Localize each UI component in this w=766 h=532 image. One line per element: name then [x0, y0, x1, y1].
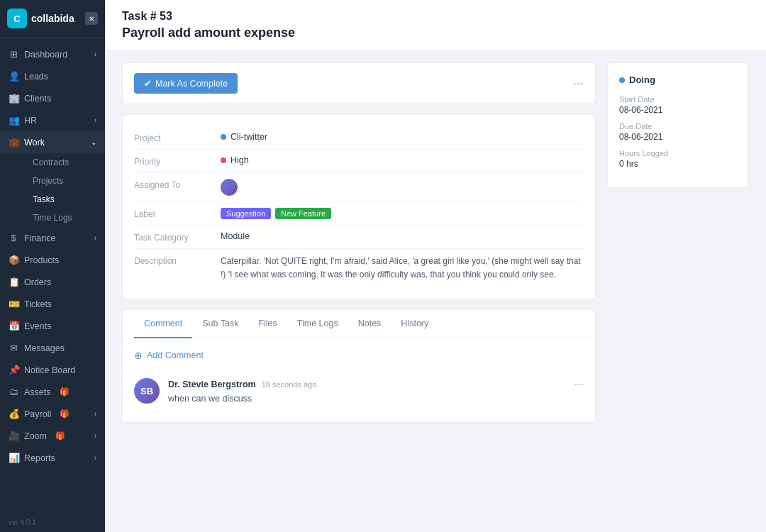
leads-icon: 👤 — [9, 71, 18, 82]
finance-icon: $ — [9, 233, 18, 243]
mark-complete-button[interactable]: ✔ Mark As Complete — [134, 73, 238, 94]
sidebar-item-events[interactable]: 📅 Events — [0, 315, 105, 337]
sidebar-item-timelogs[interactable]: Time Logs — [24, 209, 105, 227]
comment-header: Dr. Stevie Bergstrom 18 seconds ago ··· — [168, 378, 584, 391]
project-value: Cli-twitter — [221, 132, 267, 142]
tab-comment[interactable]: Comment — [134, 310, 192, 338]
hr-icon: 👥 — [9, 115, 18, 126]
sidebar-item-leads[interactable]: 👤 Leads — [0, 65, 105, 87]
sidebar-close-button[interactable]: ✕ — [85, 12, 98, 25]
priority-dot — [221, 157, 226, 163]
orders-icon: 📋 — [9, 277, 18, 287]
payroll-icon: 💰 — [9, 409, 18, 419]
chevron-right-icon: › — [94, 50, 96, 58]
hours-logged-row: Hours Logged 0 hrs — [619, 149, 737, 169]
more-options-button[interactable]: ··· — [573, 76, 584, 91]
assets-icon: 🗂 — [9, 387, 18, 397]
assigned-to-value — [221, 179, 238, 196]
status-panel: Doing Start Date 08-06-2021 Due Date 08-… — [607, 62, 749, 521]
task-title: Payroll add amount expense — [122, 26, 749, 50]
work-submenu: Contracts Projects Tasks Time Logs — [0, 153, 105, 227]
notice-board-icon: 📌 — [9, 365, 18, 375]
logo-icon: C — [7, 9, 27, 28]
project-row: Project Cli-twitter — [134, 126, 584, 149]
suggestion-badge: Suggestion — [221, 208, 271, 219]
version-label: ver 4.0.1 — [0, 513, 105, 532]
sidebar-item-assets[interactable]: 🗂 Assets 🎁 — [0, 381, 105, 403]
avatar — [221, 179, 238, 196]
sidebar-nav: ⊞ Dashboard › 👤 Leads 🏢 Clients 👥 HR › 💼… — [0, 38, 105, 513]
sidebar-item-dashboard[interactable]: ⊞ Dashboard › — [0, 43, 105, 65]
description-value: Caterpillar. 'Not QUITE right, I'm afrai… — [221, 255, 584, 282]
tab-notes[interactable]: Notes — [348, 310, 392, 338]
comment-body: Dr. Stevie Bergstrom 18 seconds ago ··· … — [168, 378, 584, 404]
sidebar-item-products[interactable]: 📦 Products — [0, 249, 105, 271]
sidebar-item-clients[interactable]: 🏢 Clients — [0, 87, 105, 109]
start-date-label: Start Date — [619, 95, 737, 104]
priority-value: High — [221, 155, 249, 165]
task-actions-bar: ✔ Mark As Complete ··· — [122, 62, 596, 104]
sidebar-item-work[interactable]: 💼 Work ⌄ — [0, 131, 105, 153]
task-number: Task # 53 — [122, 10, 749, 23]
sidebar-item-tasks[interactable]: Tasks — [24, 190, 105, 209]
chevron-right-icon: › — [94, 410, 96, 418]
sidebar-item-notice-board[interactable]: 📌 Notice Board — [0, 359, 105, 381]
events-icon: 📅 — [9, 321, 18, 331]
sidebar-item-reports[interactable]: 📊 Reports › — [0, 447, 105, 469]
chevron-right-icon: › — [94, 432, 96, 440]
sidebar-item-contracts[interactable]: Contracts — [24, 153, 105, 172]
project-label: Project — [134, 132, 212, 143]
description-row: Description Caterpillar. 'Not QUITE righ… — [134, 248, 584, 287]
sidebar: C collabida ✕ ⊞ Dashboard › 👤 Leads 🏢 Cl… — [0, 0, 105, 532]
label-row: Label Suggestion New Feature — [134, 201, 584, 225]
reports-icon: 📊 — [9, 453, 18, 463]
status-card: Doing Start Date 08-06-2021 Due Date 08-… — [607, 62, 749, 188]
tab-time-logs[interactable]: Time Logs — [287, 310, 348, 338]
chevron-down-icon: ⌄ — [91, 138, 96, 146]
due-date-row: Due Date 08-06-2021 — [619, 122, 737, 142]
sidebar-item-projects[interactable]: Projects — [24, 172, 105, 190]
status-dot — [619, 77, 625, 83]
clients-icon: 🏢 — [9, 93, 18, 104]
comment-more-button[interactable]: ··· — [574, 378, 584, 391]
sidebar-item-finance[interactable]: $ Finance › — [0, 227, 105, 249]
logo-text: collabida — [31, 13, 74, 24]
comment-text: when can we discuss — [168, 394, 584, 404]
products-icon: 📦 — [9, 255, 18, 265]
task-category-value: Module — [221, 231, 250, 241]
tab-files[interactable]: Files — [248, 310, 287, 338]
sidebar-item-hr[interactable]: 👥 HR › — [0, 109, 105, 131]
sidebar-item-messages[interactable]: ✉ Messages — [0, 337, 105, 359]
comment-avatar: SB — [134, 378, 160, 404]
due-date-value: 08-06-2021 — [619, 132, 737, 142]
tab-sub-task[interactable]: Sub Task — [192, 310, 248, 338]
avatar-initials: SB — [134, 378, 160, 404]
check-icon: ✔ — [144, 78, 152, 89]
task-info-panel: Project Cli-twitter Priority High — [122, 114, 596, 299]
task-card: ✔ Mark As Complete ··· Project Cli-twitt… — [122, 62, 596, 521]
content-area: ✔ Mark As Complete ··· Project Cli-twitt… — [105, 51, 766, 532]
sidebar-item-payroll[interactable]: 💰 Payroll 🎁 › — [0, 403, 105, 425]
main-content: Task # 53 Payroll add amount expense ✔ M… — [105, 0, 766, 532]
project-dot — [221, 134, 226, 140]
sidebar-item-tickets[interactable]: 🎫 Tickets — [0, 293, 105, 315]
comment-time: 18 seconds ago — [262, 380, 317, 389]
page-header: Task # 53 Payroll add amount expense — [105, 0, 766, 51]
priority-label: Priority — [134, 155, 212, 167]
tabs-content: ⊕ Add Comment SB Dr. Stevie Bergstrom 18… — [123, 338, 595, 422]
comment-item: SB Dr. Stevie Bergstrom 18 seconds ago ·… — [134, 371, 584, 411]
start-date-row: Start Date 08-06-2021 — [619, 95, 737, 115]
chevron-right-icon: › — [94, 454, 96, 462]
task-category-row: Task Category Module — [134, 225, 584, 248]
assigned-to-row: Assigned To — [134, 172, 584, 201]
label-badges: Suggestion New Feature — [221, 208, 331, 219]
sidebar-item-zoom[interactable]: 🎥 Zoom 🎁 › — [0, 425, 105, 447]
tab-history[interactable]: History — [391, 310, 438, 338]
tabs-header: Comment Sub Task Files Time Logs Notes H… — [123, 310, 595, 338]
sidebar-item-orders[interactable]: 📋 Orders — [0, 271, 105, 293]
work-icon: 💼 — [9, 137, 18, 148]
add-comment-button[interactable]: ⊕ Add Comment — [134, 350, 584, 361]
tabs-panel: Comment Sub Task Files Time Logs Notes H… — [122, 309, 596, 423]
priority-row: Priority High — [134, 149, 584, 172]
chevron-right-icon: › — [94, 234, 96, 242]
